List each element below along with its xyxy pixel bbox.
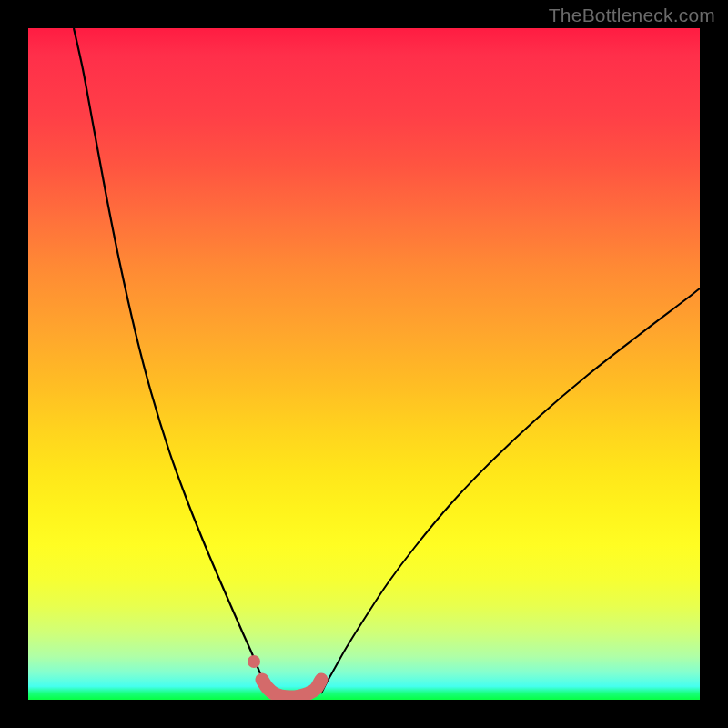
watermark-text: TheBottleneck.com: [549, 5, 715, 26]
highlight-dot: [248, 655, 260, 668]
valley-highlight-curve: [262, 680, 321, 697]
right-branch-curve: [321, 288, 700, 693]
chart-frame: TheBottleneck.com: [0, 0, 728, 728]
left-branch-curve: [74, 28, 268, 694]
chart-svg: [28, 28, 700, 700]
plot-area: [28, 28, 700, 700]
